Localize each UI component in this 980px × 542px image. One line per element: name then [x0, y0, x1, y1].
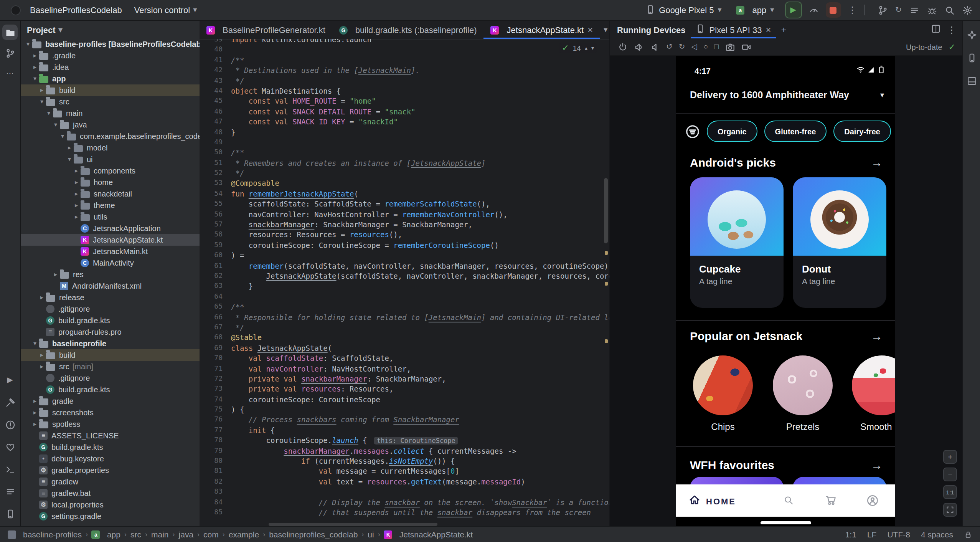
code-line[interactable]: 44object MainDestinations { [200, 86, 609, 96]
sync-icon[interactable]: ↻ [895, 6, 902, 14]
line-number[interactable]: 84 [200, 497, 231, 507]
panel-options-icon[interactable]: ⋮ [947, 25, 956, 34]
editor-tab[interactable]: KBaselineProfileGenerator.kt [200, 21, 332, 39]
nav-profile-item[interactable] [866, 494, 879, 510]
tree-row[interactable]: Gsettings.gradle [21, 511, 200, 522]
line-number[interactable]: 49 [200, 137, 231, 148]
delivery-address[interactable]: Delivery to 1600 Amphitheater Way [690, 90, 849, 101]
build-tool-button[interactable] [2, 395, 18, 410]
more-run-options-icon[interactable]: ⋮ [848, 5, 857, 15]
line-number[interactable]: 77 [200, 425, 231, 436]
code-line[interactable]: 75) { [200, 405, 609, 415]
line-number[interactable]: 78 [200, 435, 231, 446]
tree-row[interactable]: ▸screenshots [21, 407, 200, 418]
nav-home-icon[interactable]: ○ [703, 43, 708, 51]
profiler-icon[interactable] [808, 4, 818, 14]
nav-cart-item[interactable] [825, 494, 836, 509]
delivery-chevron-icon[interactable]: ▾ [880, 90, 884, 99]
warning-stripe-mark[interactable] [605, 282, 608, 286]
collapsed-chevron-icon[interactable]: ▸ [65, 144, 74, 151]
collapsed-chevron-icon[interactable]: ▸ [72, 202, 81, 209]
tree-row[interactable]: ▸gradle [21, 395, 200, 407]
tree-row[interactable]: ▸res [21, 269, 200, 280]
line-number[interactable]: 58 [200, 230, 231, 240]
tree-row[interactable]: KJetsnackMain.kt [21, 246, 200, 257]
editor-horizontal-scrollbar[interactable] [269, 523, 437, 526]
collapsed-chevron-icon[interactable]: ▸ [72, 213, 81, 220]
project-tree[interactable]: ▾baseline-profiles [BaselineProfilesCode… [21, 38, 200, 522]
expanded-chevron-icon[interactable]: ▾ [45, 110, 53, 117]
line-number[interactable]: 39 [200, 39, 231, 45]
run-config-selector[interactable]: a app ▾ [732, 4, 778, 16]
collapsed-chevron-icon[interactable]: ▸ [72, 190, 81, 197]
checklist-icon[interactable] [909, 5, 919, 15]
vcs-menu[interactable]: Version control ▾ [134, 5, 197, 15]
line-number[interactable]: 48 [200, 127, 231, 137]
code-line[interactable]: 74 coroutineScope: CoroutineScope [200, 394, 609, 405]
tree-row[interactable]: ▸model [21, 142, 200, 154]
tree-row[interactable]: ▸.idea [21, 61, 200, 73]
editor-tab[interactable]: KJetsnackAppState.kt× [484, 21, 600, 39]
line-number[interactable]: 75 [200, 405, 231, 415]
line-number[interactable]: 83 [200, 487, 231, 497]
code-line[interactable]: 62 JetsnackAppState(scaffoldState, navCo… [200, 271, 609, 281]
tree-row[interactable]: ≡ASSETS_LICENSE [21, 430, 200, 441]
section-arrow-icon[interactable]: → [871, 458, 883, 471]
line-number[interactable]: 68 [200, 333, 231, 343]
tree-row[interactable]: ⚙local.properties [21, 499, 200, 511]
collapsed-chevron-icon[interactable]: ▸ [38, 294, 46, 301]
expanded-chevron-icon[interactable]: ▾ [51, 121, 60, 128]
tree-row[interactable]: ▸build [21, 84, 200, 96]
camera-icon[interactable] [725, 42, 735, 52]
settings-icon[interactable] [962, 5, 972, 15]
run-tool-button[interactable]: ▶ [2, 372, 18, 388]
code-line[interactable]: 42 * Destinations used in the [JetsnackM… [200, 65, 609, 76]
expanded-chevron-icon[interactable]: ▾ [31, 75, 39, 82]
back-icon[interactable]: ◁ [691, 43, 697, 51]
nav-search-item[interactable] [784, 494, 794, 508]
tree-row[interactable]: Gbuild.gradle.kts [21, 315, 200, 326]
section-arrow-icon[interactable]: → [871, 156, 883, 169]
close-icon[interactable]: × [587, 25, 593, 35]
code-line[interactable]: 63 } [200, 281, 609, 292]
line-number[interactable]: 69 [200, 343, 231, 353]
nav-overview-icon[interactable]: □ [714, 43, 719, 51]
line-number[interactable]: 63 [200, 281, 231, 292]
run-button[interactable]: ▶ [785, 2, 802, 18]
code-line[interactable]: 66 * Responsible for holding state relat… [200, 312, 609, 322]
tree-row[interactable]: ▸release [21, 292, 200, 303]
editor-area[interactable]: KBaselineProfileGenerator.ktGbuild.gradl… [200, 21, 609, 526]
tree-row[interactable]: ▸spotless [21, 418, 200, 430]
filter-chip[interactable]: Dairy-free [833, 121, 891, 142]
code-line[interactable]: 57 snackbarManager: SnackbarManager = Sn… [200, 220, 609, 230]
collapsed-chevron-icon[interactable]: ▸ [38, 87, 46, 94]
line-number[interactable]: 53 [200, 178, 231, 189]
code-line[interactable]: 68@Stable [200, 333, 609, 343]
line-number[interactable]: 61 [200, 261, 231, 271]
zoom-fit-button[interactable] [943, 503, 957, 517]
breadcrumb-item[interactable]: baselineprofiles_codelab [269, 530, 358, 539]
zoom-actual-button[interactable]: 1:1 [943, 485, 957, 499]
code-line[interactable]: 70 val scaffoldState: ScaffoldState, [200, 353, 609, 364]
code-line[interactable]: 60) = [200, 250, 609, 261]
snack-card[interactable]: DonutA tag line [793, 177, 886, 308]
line-number[interactable]: 71 [200, 364, 231, 374]
project-tool-button[interactable] [2, 25, 18, 40]
code-line[interactable]: 41/** [200, 55, 609, 66]
volume-icon[interactable] [634, 42, 644, 52]
collapsed-chevron-icon[interactable]: ▸ [31, 409, 39, 416]
bug-icon[interactable] [927, 5, 937, 15]
expanded-chevron-icon[interactable]: ▾ [24, 41, 32, 48]
code-line[interactable]: 54fun rememberJetsnackAppState( [200, 189, 609, 199]
ai-assistant-button[interactable] [964, 27, 979, 42]
project-panel-header[interactable]: Project ▾ [21, 21, 200, 38]
tree-row[interactable]: CMainActivity [21, 257, 200, 269]
expanded-chevron-icon[interactable]: ▾ [65, 156, 74, 163]
editor-tab[interactable]: Gbuild.gradle.kts (:baselineprofile) [332, 21, 484, 39]
code-line[interactable]: 48} [200, 127, 609, 137]
code-line[interactable]: 81 val message = currentMessages[0] [200, 466, 609, 477]
line-number[interactable]: 80 [200, 456, 231, 466]
collapsed-chevron-icon[interactable]: ▸ [31, 398, 39, 405]
branch-icon[interactable] [878, 5, 888, 15]
tree-row[interactable]: ⚙gradle.properties [21, 464, 200, 476]
